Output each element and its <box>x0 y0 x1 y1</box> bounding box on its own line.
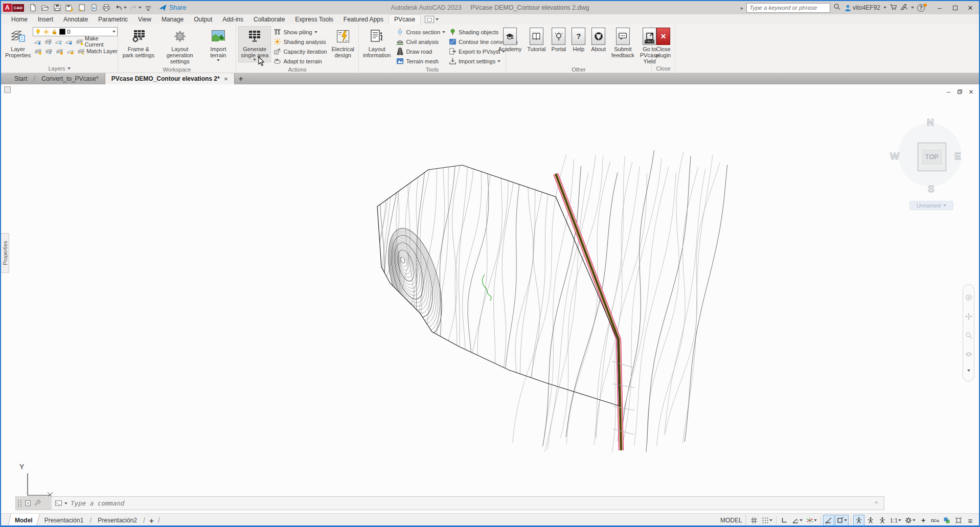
annotation-scale-button[interactable]: 1:1 <box>888 515 903 526</box>
viewcube-south[interactable]: S <box>928 184 935 195</box>
publish-button[interactable] <box>88 2 100 13</box>
layer-unisolate-tool-icon[interactable] <box>43 47 54 55</box>
annotation-monitor-button[interactable] <box>877 515 888 526</box>
annotation-scale-add-button[interactable]: + <box>918 515 929 526</box>
print-button[interactable] <box>101 2 112 13</box>
clean-screen-button[interactable] <box>953 515 964 526</box>
help-search-input[interactable] <box>746 3 830 13</box>
isodraft-button[interactable] <box>805 515 818 526</box>
graphics-performance-button[interactable] <box>941 515 952 526</box>
viewport-restore-icon[interactable] <box>956 88 964 95</box>
layout-information-button[interactable]: Layout information <box>361 26 393 60</box>
grid-display-button[interactable] <box>748 515 760 526</box>
shading-analysis-button[interactable]: Shading analysis <box>274 37 327 47</box>
viewcube-west[interactable]: W <box>890 151 899 162</box>
zoom-icon[interactable] <box>965 332 972 339</box>
layer-thaw-tool-icon[interactable] <box>54 47 64 55</box>
qat-customize-button[interactable] <box>143 2 154 13</box>
close-plugin-button[interactable]: ✕ Close plugin <box>654 26 673 60</box>
save-button[interactable] <box>52 2 63 13</box>
viewcube[interactable]: N W E S TOP Unnamed <box>897 116 964 218</box>
apps-dropdown-icon[interactable] <box>911 7 914 9</box>
academy-button[interactable]: Academy <box>496 26 523 54</box>
layout-tab-model[interactable]: Model <box>8 514 40 527</box>
file-tab-close-icon[interactable]: ✕ <box>224 76 228 82</box>
capacity-iteration-button[interactable]: Capacity iteration <box>274 47 327 56</box>
about-button[interactable]: About <box>589 26 608 54</box>
account-dropdown-icon[interactable] <box>883 7 886 9</box>
terrain-mesh-button[interactable]: Terrain mesh <box>396 56 445 66</box>
navbar-more-icon[interactable] <box>967 370 970 372</box>
match-layer-button[interactable]: Match Layer <box>86 48 118 54</box>
signin-account-button[interactable]: vito4EF92 <box>844 4 880 12</box>
isolate-objects-button[interactable] <box>929 515 941 526</box>
ortho-mode-button[interactable] <box>779 515 790 526</box>
cross-section-button[interactable]: Cross section <box>396 27 445 37</box>
viewcube-top-face[interactable]: TOP <box>918 143 946 171</box>
undo-dropdown-icon[interactable] <box>124 7 127 9</box>
nav-wheel-icon[interactable] <box>965 294 972 301</box>
undo-button[interactable] <box>113 2 124 13</box>
view-name-dropdown[interactable]: Unnamed <box>909 201 953 210</box>
file-tab-active-document[interactable]: PVcase DEMO_Contour elevations 2* ✕ <box>105 73 235 84</box>
customization-menu-button[interactable]: ≡ <box>965 515 976 526</box>
command-prompt-icon[interactable] <box>55 499 62 507</box>
tab-collaborate[interactable]: Collaborate <box>248 15 290 25</box>
help-button[interactable]: ? <box>917 4 925 12</box>
share-button[interactable]: Share <box>159 4 186 12</box>
viewcube-east[interactable]: E <box>954 151 961 162</box>
layers-panel-label[interactable]: Layers <box>1 64 118 73</box>
tab-view[interactable]: View <box>133 15 156 25</box>
search-expander-icon[interactable]: ▸ <box>741 5 743 11</box>
workspace-switching-button[interactable] <box>903 515 917 526</box>
tab-featured-apps[interactable]: Featured Apps <box>338 15 389 25</box>
new-drawing-tab-button[interactable]: + <box>235 73 247 84</box>
help-plugin-button[interactable]: ? Help <box>569 26 587 54</box>
civil-analysis-button[interactable]: Civil analysis <box>396 37 445 47</box>
tab-express-tools[interactable]: Express Tools <box>290 15 338 25</box>
search-icon[interactable] <box>833 3 841 12</box>
minimize-button[interactable]: – <box>932 2 947 14</box>
layer-off-tool-icon[interactable] <box>33 37 42 45</box>
file-tab-convert[interactable]: Convert_to_PVcase* <box>35 73 104 84</box>
show-piling-button[interactable]: Show piling <box>274 27 327 37</box>
tab-pvcase[interactable]: PVcase <box>389 14 421 25</box>
viewport-corner-icon[interactable] <box>4 86 11 93</box>
electrical-design-button[interactable]: Electrical design <box>329 26 356 60</box>
tab-manage[interactable]: Manage <box>156 15 189 25</box>
command-input[interactable] <box>70 499 873 508</box>
viewport-close-icon[interactable]: ✕ <box>967 88 975 95</box>
layout-tab-presentacion2[interactable]: Presentación2 <box>93 514 142 527</box>
import-terrain-button[interactable]: Import terrain <box>203 26 234 63</box>
autodesk-apps-icon[interactable] <box>900 3 908 12</box>
adapt-to-terrain-button[interactable]: Adapt to terrain <box>274 56 327 66</box>
layout-generation-settings-button[interactable]: Layout generation settings <box>160 26 200 66</box>
command-bar-grip[interactable] <box>16 497 52 510</box>
redo-button[interactable] <box>128 2 139 13</box>
tutorial-button[interactable]: Tutorial <box>525 26 548 54</box>
model-space-button[interactable]: MODEL <box>717 515 746 526</box>
open-file-button[interactable] <box>39 2 51 13</box>
plot-sheet-button[interactable] <box>76 2 87 13</box>
app-store-icon[interactable] <box>890 3 897 12</box>
submit-feedback-button[interactable]: Submit feedback <box>609 26 636 60</box>
portal-button[interactable]: Portal <box>550 26 568 54</box>
tab-home[interactable]: Home <box>6 15 33 25</box>
recent-commands-dropdown-icon[interactable] <box>64 502 67 505</box>
annotation-visibility-button[interactable] <box>853 515 864 526</box>
save-as-button[interactable] <box>64 2 75 13</box>
layer-properties-button[interactable]: Layer Properties <box>3 26 33 60</box>
close-button[interactable]: ✕ <box>963 2 978 14</box>
maximize-button[interactable] <box>947 2 963 14</box>
drawing-canvas[interactable]: Properties – ✕ N W E S TOP Unnamed Y <box>1 84 979 513</box>
tab-add-ins[interactable]: Add-ins <box>217 15 248 25</box>
layout-tab-presentacion1[interactable]: Presentación1 <box>39 514 89 527</box>
tab-parametric[interactable]: Parametric <box>93 15 133 25</box>
generate-single-area-button[interactable]: Generate single area <box>238 26 271 62</box>
properties-palette-tab[interactable]: Properties <box>1 233 9 273</box>
command-customize-icon[interactable] <box>34 499 41 507</box>
annotation-autoscale-button[interactable] <box>865 515 876 526</box>
app-menu-button[interactable]: A CAD <box>3 4 24 12</box>
command-bar-drag-handle[interactable] <box>18 500 22 507</box>
object-snap-tracking-button[interactable] <box>823 515 834 526</box>
